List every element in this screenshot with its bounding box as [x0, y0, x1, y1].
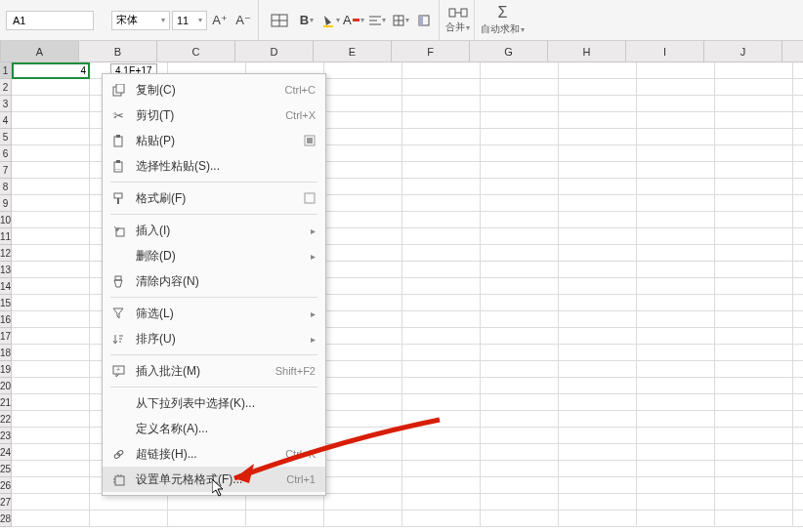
- row-header[interactable]: 1: [0, 62, 12, 79]
- cell[interactable]: [559, 179, 637, 195]
- cell[interactable]: [793, 361, 803, 378]
- cell[interactable]: [793, 328, 803, 345]
- cell[interactable]: [637, 295, 715, 311]
- cell[interactable]: [481, 179, 559, 195]
- cell[interactable]: [715, 262, 793, 278]
- cell[interactable]: [793, 477, 803, 494]
- cell[interactable]: [324, 295, 402, 311]
- cell[interactable]: [12, 494, 90, 511]
- cell[interactable]: [715, 428, 793, 444]
- column-header-c[interactable]: C: [157, 41, 235, 61]
- cell[interactable]: [324, 378, 402, 394]
- menu-copy[interactable]: 复制(C) Ctrl+C: [103, 77, 325, 102]
- row-header[interactable]: 22: [0, 411, 12, 428]
- cell[interactable]: [12, 212, 90, 228]
- cell[interactable]: [793, 179, 803, 195]
- cell[interactable]: [559, 62, 637, 79]
- menu-clear[interactable]: 清除内容(N): [103, 268, 325, 294]
- cell[interactable]: [324, 145, 402, 162]
- cell[interactable]: [402, 394, 481, 411]
- cell[interactable]: [637, 477, 715, 494]
- cell[interactable]: [402, 96, 481, 112]
- cell[interactable]: [402, 345, 481, 361]
- autosum-button[interactable]: Σ 自动求和▾: [481, 4, 525, 36]
- cell[interactable]: [715, 311, 793, 328]
- font-name-select[interactable]: 宋体 ▾: [111, 11, 170, 30]
- cell[interactable]: [715, 79, 793, 96]
- cell[interactable]: [559, 311, 637, 328]
- column-header-j[interactable]: J: [704, 41, 782, 61]
- menu-cut[interactable]: ✂ 剪切(T) Ctrl+X: [103, 102, 325, 128]
- cell[interactable]: [324, 262, 402, 278]
- cell[interactable]: [637, 96, 715, 112]
- cell[interactable]: [481, 494, 559, 511]
- cell[interactable]: [324, 96, 402, 112]
- row-header[interactable]: 15: [0, 295, 12, 311]
- cell[interactable]: [715, 195, 793, 212]
- menu-define-name[interactable]: 定义名称(A)...: [103, 416, 325, 441]
- cell[interactable]: [715, 179, 793, 195]
- cell[interactable]: [559, 345, 637, 361]
- cell[interactable]: [402, 245, 481, 262]
- cell[interactable]: [12, 129, 90, 145]
- cell[interactable]: [637, 378, 715, 394]
- cell[interactable]: [559, 245, 637, 262]
- font-color-button[interactable]: A▾: [343, 10, 364, 31]
- cell[interactable]: [793, 461, 803, 477]
- cell[interactable]: [324, 79, 402, 96]
- cell[interactable]: [793, 411, 803, 428]
- row-header[interactable]: 18: [0, 345, 12, 361]
- cell[interactable]: [402, 444, 481, 461]
- cell[interactable]: [793, 62, 803, 79]
- cell[interactable]: [715, 129, 793, 145]
- row-header[interactable]: 19: [0, 361, 12, 378]
- cell[interactable]: [715, 62, 793, 79]
- cell[interactable]: [481, 411, 559, 428]
- cell[interactable]: [715, 345, 793, 361]
- cell[interactable]: [715, 461, 793, 477]
- row-header[interactable]: 14: [0, 278, 12, 295]
- cell[interactable]: [12, 79, 90, 96]
- cell[interactable]: [324, 62, 402, 79]
- menu-sort[interactable]: 排序(U) ▸: [103, 326, 325, 351]
- column-header-b[interactable]: B: [79, 41, 157, 61]
- cell[interactable]: [324, 494, 402, 511]
- cell[interactable]: [481, 162, 559, 179]
- cell[interactable]: [637, 511, 715, 527]
- cell[interactable]: [12, 394, 90, 411]
- cell[interactable]: [12, 278, 90, 295]
- menu-delete[interactable]: 删除(D) ▸: [103, 243, 325, 268]
- cell[interactable]: [559, 96, 637, 112]
- row-header[interactable]: 12: [0, 245, 12, 262]
- cell[interactable]: [637, 245, 715, 262]
- cell[interactable]: [481, 477, 559, 494]
- column-header-d[interactable]: D: [235, 41, 314, 61]
- cell[interactable]: [793, 79, 803, 96]
- cell[interactable]: [793, 129, 803, 145]
- cell[interactable]: [559, 378, 637, 394]
- cell[interactable]: [481, 62, 559, 79]
- font-size-select[interactable]: 11 ▾: [172, 11, 207, 30]
- cell[interactable]: [12, 328, 90, 345]
- cell[interactable]: [637, 311, 715, 328]
- row-header[interactable]: 27: [0, 494, 12, 511]
- row-header[interactable]: 6: [0, 145, 12, 162]
- cell[interactable]: [12, 96, 90, 112]
- cell[interactable]: [90, 494, 168, 511]
- cell[interactable]: [246, 511, 324, 527]
- cell[interactable]: [715, 295, 793, 311]
- column-header-g[interactable]: G: [470, 41, 548, 61]
- cell[interactable]: [12, 345, 90, 361]
- cell[interactable]: [12, 179, 90, 195]
- cell[interactable]: [402, 262, 481, 278]
- cell[interactable]: [324, 328, 402, 345]
- cell[interactable]: [715, 96, 793, 112]
- cell[interactable]: [559, 461, 637, 477]
- row-header[interactable]: 20: [0, 378, 12, 394]
- column-header-e[interactable]: E: [314, 41, 392, 61]
- cell[interactable]: [402, 511, 481, 527]
- cell[interactable]: [481, 328, 559, 345]
- cell[interactable]: [637, 494, 715, 511]
- row-header[interactable]: 3: [0, 96, 12, 112]
- cell[interactable]: [246, 494, 324, 511]
